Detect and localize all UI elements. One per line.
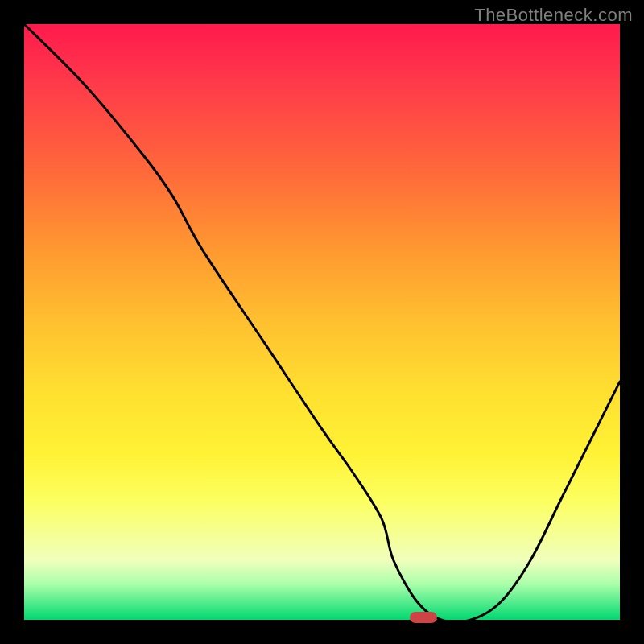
chart-curve-layer [24,24,620,620]
optimal-marker-pill [410,612,437,623]
watermark-text: TheBottleneck.com [474,5,633,26]
bottleneck-curve-path [24,24,620,620]
